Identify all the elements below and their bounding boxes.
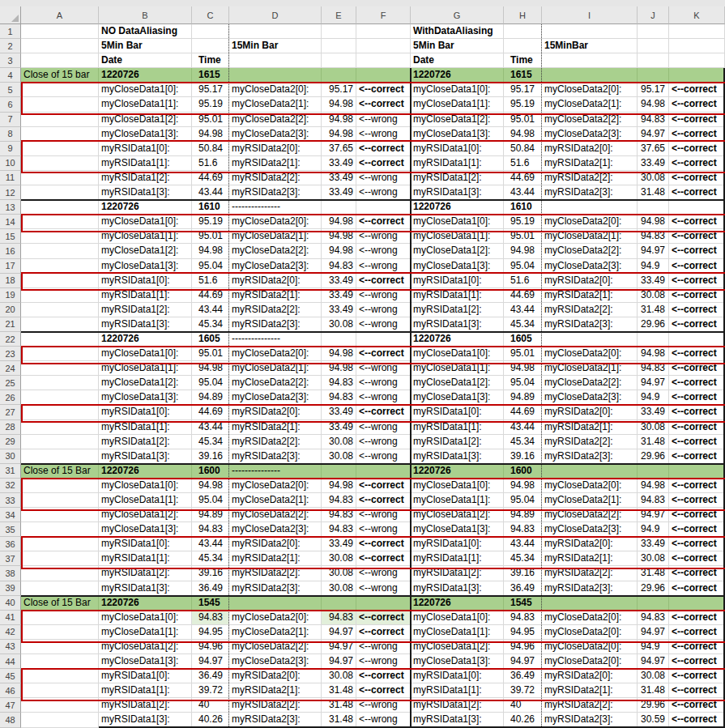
cell-J1[interactable] [638, 24, 669, 39]
cell-J25[interactable]: 94.97 [638, 376, 669, 390]
row-header-47[interactable]: 47 [0, 698, 21, 713]
cell-C37[interactable]: 45.34 [192, 551, 229, 566]
cell-C45[interactable]: 36.49 [192, 669, 229, 683]
cell-H42[interactable]: 94.95 [504, 625, 542, 640]
cell-G36[interactable]: myRSIData1[0]: [411, 537, 504, 551]
cell-D43[interactable]: myCloseData2[2]: [229, 640, 322, 654]
row-header-43[interactable]: 43 [0, 640, 21, 654]
cell-K17[interactable]: <--correct [669, 259, 725, 274]
cell-D38[interactable]: myRSIData2[2]: [229, 566, 322, 581]
cell-C48[interactable]: 40.26 [192, 713, 229, 727]
cell-A21[interactable] [21, 317, 99, 332]
cell-A28[interactable] [21, 420, 99, 435]
cell-H40[interactable]: 1545 [504, 596, 542, 611]
cell-B2[interactable]: 5Min Bar [99, 39, 192, 53]
cell-J19[interactable]: 30.08 [638, 288, 669, 303]
cell-F37[interactable]: <--correct [356, 551, 411, 566]
cell-E40[interactable] [322, 596, 356, 611]
row-header-14[interactable]: 14 [0, 215, 21, 229]
cell-G29[interactable]: myRSIData1[2]: [411, 435, 504, 449]
cell-I37[interactable]: myRSIData2[1]: [542, 551, 638, 566]
cell-J6[interactable]: 94.98 [638, 97, 669, 112]
row-header-35[interactable]: 35 [0, 522, 21, 537]
cell-K36[interactable]: <--correct [669, 537, 725, 551]
cell-K1[interactable] [669, 24, 725, 39]
cell-F28[interactable]: <--wrong [356, 420, 411, 435]
cell-G18[interactable]: myRSIData1[0]: [411, 274, 504, 288]
cell-I9[interactable]: myRSIData2[0]: [542, 142, 638, 156]
cell-F36[interactable]: <--correct [356, 537, 411, 551]
cell-H12[interactable]: 43.44 [504, 185, 542, 200]
cell-D42[interactable]: myCloseData2[1]: [229, 625, 322, 640]
cell-J18[interactable]: 33.49 [638, 274, 669, 288]
cell-I32[interactable]: myCloseData2[0]: [542, 479, 638, 493]
cell-D9[interactable]: myRSIData2[0]: [229, 142, 322, 156]
cell-B40[interactable]: 1220726 [99, 596, 192, 611]
cell-E11[interactable]: 33.49 [322, 171, 356, 185]
cell-K5[interactable]: <--correct [669, 83, 725, 97]
cell-J27[interactable]: 33.49 [638, 405, 669, 419]
row-header-13[interactable]: 13 [0, 200, 21, 215]
row-header-26[interactable]: 26 [0, 390, 21, 405]
cell-G26[interactable]: myCloseData1[3]: [411, 390, 504, 405]
cell-B39[interactable]: myRSIData1[3]: [99, 581, 192, 596]
cell-K39[interactable]: <--correct [669, 581, 725, 596]
cell-D44[interactable]: myCloseData2[3]: [229, 654, 322, 669]
cell-B22[interactable]: 1220726 [99, 332, 192, 347]
cell-K3[interactable] [669, 53, 725, 68]
cell-C22[interactable]: 1605 [192, 332, 229, 347]
cell-A32[interactable] [21, 479, 99, 493]
cell-G44[interactable]: myCloseData1[3]: [411, 654, 504, 669]
cell-D10[interactable]: myRSIData2[1]: [229, 156, 322, 171]
cell-D48[interactable]: myRSIData2[3]: [229, 713, 322, 727]
cell-G30[interactable]: myRSIData1[3]: [411, 449, 504, 464]
cell-B30[interactable]: myRSIData1[3]: [99, 449, 192, 464]
cell-A38[interactable] [21, 566, 99, 581]
cell-K34[interactable]: <--correct [669, 508, 725, 522]
cell-F33[interactable]: <--correct [356, 493, 411, 508]
cell-D39[interactable]: myRSIData2[3]: [229, 581, 322, 596]
cell-D32[interactable]: myCloseData2[0]: [229, 479, 322, 493]
cell-I43[interactable]: myCloseData2[0]: [542, 640, 638, 654]
cell-H28[interactable]: 43.44 [504, 420, 542, 435]
row-header-7[interactable]: 7 [0, 113, 21, 127]
cell-E37[interactable]: 30.08 [322, 551, 356, 566]
cell-I47[interactable]: myRSIData2[2]: [542, 698, 638, 713]
cell-A47[interactable] [21, 698, 99, 713]
cell-E25[interactable]: 94.83 [322, 376, 356, 390]
cell-G34[interactable]: myCloseData1[2]: [411, 508, 504, 522]
cell-J3[interactable] [638, 53, 669, 68]
row-header-16[interactable]: 16 [0, 244, 21, 258]
cell-A37[interactable] [21, 551, 99, 566]
cell-C8[interactable]: 94.98 [192, 127, 229, 142]
row-header-23[interactable]: 23 [0, 347, 21, 361]
cell-K45[interactable]: <--correct [669, 669, 725, 683]
cell-G1[interactable]: WithDataAliasing [411, 24, 504, 39]
cell-H36[interactable]: 43.44 [504, 537, 542, 551]
cell-F6[interactable]: <--correct [356, 97, 411, 112]
cell-G16[interactable]: myCloseData1[2]: [411, 244, 504, 258]
cell-D14[interactable]: myCloseData2[0]: [229, 215, 322, 229]
cell-B44[interactable]: myCloseData1[3]: [99, 654, 192, 669]
cell-A20[interactable] [21, 303, 99, 317]
cell-K24[interactable]: <--correct [669, 361, 725, 376]
cell-E33[interactable]: 94.83 [322, 493, 356, 508]
row-header-41[interactable]: 41 [0, 611, 21, 625]
cell-F30[interactable]: <--wrong [356, 449, 411, 464]
cell-D34[interactable]: myCloseData2[2]: [229, 508, 322, 522]
cell-J28[interactable]: 30.08 [638, 420, 669, 435]
cell-I29[interactable]: myRSIData2[2]: [542, 435, 638, 449]
cell-E17[interactable]: 94.83 [322, 259, 356, 274]
cell-J36[interactable]: 33.49 [638, 537, 669, 551]
cell-E44[interactable]: 94.97 [322, 654, 356, 669]
cell-C41[interactable]: 94.83 [192, 611, 229, 625]
cell-G19[interactable]: myRSIData1[1]: [411, 288, 504, 303]
cell-I12[interactable]: myRSIData2[3]: [542, 185, 638, 200]
cell-K18[interactable]: <--correct [669, 274, 725, 288]
cell-B4[interactable]: 1220726 [99, 68, 192, 83]
cell-E15[interactable]: 94.98 [322, 229, 356, 244]
cell-K9[interactable]: <--correct [669, 142, 725, 156]
cell-G15[interactable]: myCloseData1[1]: [411, 229, 504, 244]
cell-G6[interactable]: myCloseData1[1]: [411, 97, 504, 112]
cell-C7[interactable]: 95.01 [192, 113, 229, 127]
